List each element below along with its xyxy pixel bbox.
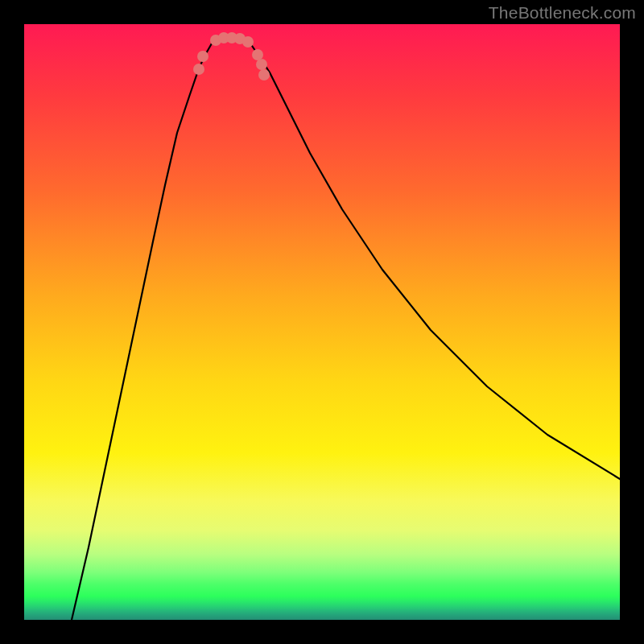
- valley-marker: [197, 51, 208, 62]
- series-left-branch: [72, 43, 212, 620]
- valley-marker: [252, 49, 263, 60]
- valley-marker: [193, 64, 204, 75]
- series-right-branch: [250, 43, 620, 479]
- valley-markers: [193, 32, 270, 80]
- valley-marker: [256, 59, 267, 70]
- frame: TheBottleneck.com: [0, 0, 644, 644]
- valley-marker: [242, 36, 254, 47]
- valley-marker: [258, 69, 270, 80]
- bottleneck-curve: [72, 38, 620, 620]
- watermark-text: TheBottleneck.com: [489, 3, 636, 23]
- plot-area: [24, 24, 620, 620]
- curve-layer: [24, 24, 620, 620]
